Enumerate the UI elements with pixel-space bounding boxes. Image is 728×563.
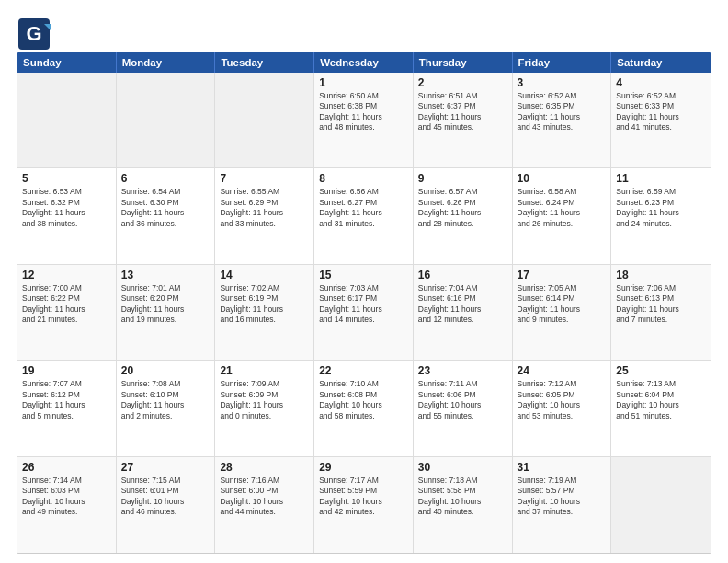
day-cell-18: 18Sunrise: 7:06 AM Sunset: 6:13 PM Dayli… [611,265,711,360]
day-number: 13 [121,269,210,282]
day-number: 22 [319,364,408,377]
day-number: 25 [616,364,706,377]
day-number: 9 [418,172,507,185]
day-number: 14 [220,269,309,282]
day-cell-19: 19Sunrise: 7:07 AM Sunset: 6:12 PM Dayli… [17,361,117,455]
day-cell-empty [611,457,711,553]
day-info: Sunrise: 6:50 AM Sunset: 6:38 PM Dayligh… [319,91,408,133]
day-cell-5: 5Sunrise: 6:53 AM Sunset: 6:32 PM Daylig… [17,168,117,263]
day-info: Sunrise: 6:52 AM Sunset: 6:35 PM Dayligh… [518,91,607,133]
day-number: 27 [121,461,210,474]
day-info: Sunrise: 6:58 AM Sunset: 6:24 PM Dayligh… [518,187,607,229]
day-number: 21 [220,364,309,377]
day-header-wednesday: Wednesday [314,52,414,73]
day-number: 26 [22,461,111,474]
day-info: Sunrise: 7:16 AM Sunset: 6:00 PM Dayligh… [220,476,309,518]
day-cell-10: 10Sunrise: 6:58 AM Sunset: 6:24 PM Dayli… [513,168,612,263]
logo-icon: G [17,17,42,42]
logo: G [17,17,46,42]
day-info: Sunrise: 7:13 AM Sunset: 6:04 PM Dayligh… [616,379,706,421]
day-cell-6: 6Sunrise: 6:54 AM Sunset: 6:30 PM Daylig… [117,168,216,263]
day-cell-20: 20Sunrise: 7:08 AM Sunset: 6:10 PM Dayli… [117,361,216,455]
day-number: 4 [616,76,706,89]
svg-text:G: G [26,22,41,45]
day-cell-4: 4Sunrise: 6:52 AM Sunset: 6:33 PM Daylig… [611,73,711,167]
week-row-3: 12Sunrise: 7:00 AM Sunset: 6:22 PM Dayli… [17,265,711,361]
calendar: SundayMondayTuesdayWednesdayThursdayFrid… [17,52,711,554]
day-cell-11: 11Sunrise: 6:59 AM Sunset: 6:23 PM Dayli… [611,168,711,263]
day-cell-23: 23Sunrise: 7:11 AM Sunset: 6:06 PM Dayli… [414,361,513,455]
day-cell-22: 22Sunrise: 7:10 AM Sunset: 6:08 PM Dayli… [314,361,414,455]
day-cell-28: 28Sunrise: 7:16 AM Sunset: 6:00 PM Dayli… [215,457,314,553]
day-number: 15 [319,269,408,282]
day-number: 16 [418,269,507,282]
day-number: 12 [22,269,111,282]
day-cell-9: 9Sunrise: 6:57 AM Sunset: 6:26 PM Daylig… [414,168,513,263]
day-info: Sunrise: 7:01 AM Sunset: 6:20 PM Dayligh… [121,283,210,326]
day-cell-21: 21Sunrise: 7:09 AM Sunset: 6:09 PM Dayli… [215,361,314,455]
day-info: Sunrise: 6:55 AM Sunset: 6:29 PM Dayligh… [220,187,309,229]
day-number: 11 [616,172,706,185]
day-cell-15: 15Sunrise: 7:03 AM Sunset: 6:17 PM Dayli… [314,265,414,360]
week-row-2: 5Sunrise: 6:53 AM Sunset: 6:32 PM Daylig… [17,168,711,264]
day-info: Sunrise: 7:10 AM Sunset: 6:08 PM Dayligh… [319,379,408,421]
day-header-tuesday: Tuesday [215,52,314,73]
day-info: Sunrise: 6:57 AM Sunset: 6:26 PM Dayligh… [418,187,507,229]
calendar-header: SundayMondayTuesdayWednesdayThursdayFrid… [17,52,711,73]
day-cell-2: 2Sunrise: 6:51 AM Sunset: 6:37 PM Daylig… [414,73,513,167]
day-cell-26: 26Sunrise: 7:14 AM Sunset: 6:03 PM Dayli… [17,457,117,553]
day-cell-13: 13Sunrise: 7:01 AM Sunset: 6:20 PM Dayli… [117,265,216,360]
day-info: Sunrise: 7:02 AM Sunset: 6:19 PM Dayligh… [220,283,309,326]
day-cell-empty [117,73,216,167]
day-info: Sunrise: 7:17 AM Sunset: 5:59 PM Dayligh… [319,476,408,518]
day-info: Sunrise: 7:12 AM Sunset: 6:05 PM Dayligh… [518,379,607,421]
day-info: Sunrise: 6:51 AM Sunset: 6:37 PM Dayligh… [418,91,507,133]
week-row-1: 1Sunrise: 6:50 AM Sunset: 6:38 PM Daylig… [17,73,711,168]
day-header-friday: Friday [513,52,612,73]
day-info: Sunrise: 7:19 AM Sunset: 5:57 PM Dayligh… [518,476,607,518]
day-number: 20 [121,364,210,377]
day-info: Sunrise: 7:15 AM Sunset: 6:01 PM Dayligh… [121,476,210,518]
day-info: Sunrise: 7:18 AM Sunset: 5:58 PM Dayligh… [418,476,507,518]
week-row-5: 26Sunrise: 7:14 AM Sunset: 6:03 PM Dayli… [17,457,711,553]
day-info: Sunrise: 7:05 AM Sunset: 6:14 PM Dayligh… [518,283,607,326]
day-info: Sunrise: 7:00 AM Sunset: 6:22 PM Dayligh… [22,283,111,326]
day-number: 19 [22,364,111,377]
day-number: 6 [121,172,210,185]
day-number: 8 [319,172,408,185]
day-header-monday: Monday [117,52,216,73]
page-header: G [17,17,711,42]
day-cell-17: 17Sunrise: 7:05 AM Sunset: 6:14 PM Dayli… [513,265,612,360]
day-cell-7: 7Sunrise: 6:55 AM Sunset: 6:29 PM Daylig… [215,168,314,263]
day-cell-25: 25Sunrise: 7:13 AM Sunset: 6:04 PM Dayli… [611,361,711,455]
day-info: Sunrise: 7:11 AM Sunset: 6:06 PM Dayligh… [418,379,507,421]
day-cell-16: 16Sunrise: 7:04 AM Sunset: 6:16 PM Dayli… [414,265,513,360]
day-number: 2 [418,76,507,89]
day-cell-29: 29Sunrise: 7:17 AM Sunset: 5:59 PM Dayli… [314,457,414,553]
day-info: Sunrise: 6:54 AM Sunset: 6:30 PM Dayligh… [121,187,210,229]
week-row-4: 19Sunrise: 7:07 AM Sunset: 6:12 PM Dayli… [17,361,711,456]
day-number: 29 [319,461,408,474]
day-number: 7 [220,172,309,185]
day-cell-empty [215,73,314,167]
day-info: Sunrise: 7:06 AM Sunset: 6:13 PM Dayligh… [616,283,706,326]
day-number: 18 [616,269,706,282]
day-number: 30 [418,461,507,474]
day-number: 1 [319,76,408,89]
day-info: Sunrise: 6:52 AM Sunset: 6:33 PM Dayligh… [616,91,706,133]
day-cell-12: 12Sunrise: 7:00 AM Sunset: 6:22 PM Dayli… [17,265,117,360]
day-header-sunday: Sunday [17,52,117,73]
day-number: 3 [518,76,607,89]
day-number: 10 [518,172,607,185]
day-info: Sunrise: 7:04 AM Sunset: 6:16 PM Dayligh… [418,283,507,326]
day-cell-empty [17,73,117,167]
day-header-thursday: Thursday [414,52,513,73]
day-number: 5 [22,172,111,185]
day-info: Sunrise: 6:56 AM Sunset: 6:27 PM Dayligh… [319,187,408,229]
day-info: Sunrise: 7:07 AM Sunset: 6:12 PM Dayligh… [22,379,111,421]
day-number: 28 [220,461,309,474]
day-cell-1: 1Sunrise: 6:50 AM Sunset: 6:38 PM Daylig… [314,73,414,167]
calendar-body: 1Sunrise: 6:50 AM Sunset: 6:38 PM Daylig… [17,73,711,553]
day-info: Sunrise: 7:08 AM Sunset: 6:10 PM Dayligh… [121,379,210,421]
day-cell-8: 8Sunrise: 6:56 AM Sunset: 6:27 PM Daylig… [314,168,414,263]
